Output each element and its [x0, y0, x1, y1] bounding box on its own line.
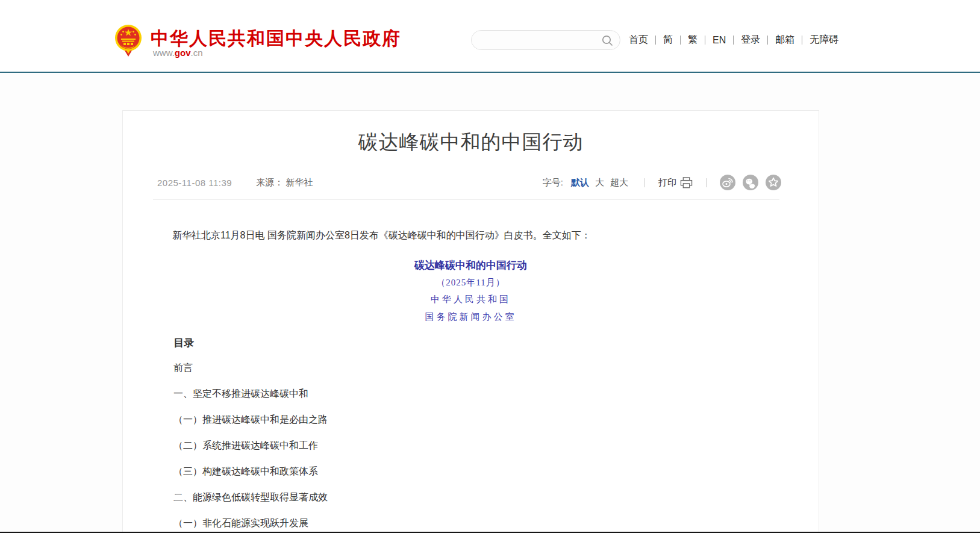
font-size-label: 字号: [543, 177, 563, 188]
site-header: 中华人民共和国中央人民政府 www.gov.cn 首页 简 繁 EN 登录 邮箱… [0, 0, 980, 73]
source-label: 来源： [256, 177, 283, 187]
wechat-icon[interactable] [743, 175, 758, 190]
document-date: （2025年11月） [123, 277, 819, 288]
site-url: www.gov.cn [153, 48, 203, 58]
document-author-line2: 国务院新闻办公室 [123, 311, 819, 323]
toc-heading: 目录 [173, 336, 194, 350]
toc-item-section1-2[interactable]: （二）系统推进碳达峰碳中和工作 [173, 440, 328, 450]
search-box[interactable] [471, 30, 620, 50]
toc-item-section2[interactable]: 二、能源绿色低碳转型取得显著成效 [173, 492, 328, 502]
search-input[interactable] [481, 31, 596, 49]
article-meta-right: 字号: 默认 大 超大 打印 [543, 175, 781, 190]
weibo-icon[interactable] [720, 175, 735, 190]
nav-english[interactable]: EN [705, 35, 733, 46]
toc-item-section1[interactable]: 一、坚定不移推进碳达峰碳中和 [173, 388, 328, 399]
source-value[interactable]: 新华社 [286, 177, 313, 187]
printer-icon [680, 177, 693, 188]
font-size-xlarge[interactable]: 超大 [610, 177, 628, 188]
font-size-default[interactable]: 默认 [571, 177, 589, 188]
nav-mail[interactable]: 邮箱 [768, 34, 802, 46]
site-url-gov: gov [175, 48, 191, 58]
site-url-prefix: www. [153, 48, 175, 58]
nav-home[interactable]: 首页 [629, 34, 655, 46]
article-meta: 2025-11-08 11:39 来源： 新华社 字号: 默认 大 超大 打印 [157, 175, 781, 190]
print-label: 打印 [658, 177, 676, 188]
publish-date: 2025-11-08 11:39 [157, 178, 232, 188]
article-title: 碳达峰碳中和的中国行动 [123, 129, 819, 156]
meta-separator [644, 178, 645, 187]
national-emblem-icon [114, 24, 142, 58]
toc-item-preface[interactable]: 前言 [173, 363, 328, 373]
font-size-large[interactable]: 大 [595, 177, 604, 188]
document-author-line1: 中华人民共和国 [123, 294, 819, 305]
toc-list: 前言 一、坚定不移推进碳达峰碳中和 （一）推进碳达峰碳中和是必由之路 （二）系统… [173, 363, 328, 544]
viewport-bottom-edge [0, 532, 980, 533]
page: 中华人民共和国中央人民政府 www.gov.cn 首页 简 繁 EN 登录 邮箱… [0, 0, 980, 551]
toc-item-section1-3[interactable]: （三）构建碳达峰碳中和政策体系 [173, 466, 328, 476]
qzone-icon[interactable] [766, 175, 781, 190]
site-url-suffix: .cn [191, 48, 203, 58]
toc-item-section2-1[interactable]: （一）非化石能源实现跃升发展 [173, 518, 328, 528]
toc-item-section1-1[interactable]: （一）推进碳达峰碳中和是必由之路 [173, 414, 328, 425]
meta-divider [153, 199, 779, 200]
lead-paragraph: 新华社北京11月8日电 国务院新闻办公室8日发布《碳达峰碳中和的中国行动》白皮书… [153, 228, 790, 243]
nav-login[interactable]: 登录 [734, 34, 767, 46]
meta-separator [706, 178, 707, 187]
nav-traditional[interactable]: 繁 [681, 34, 705, 46]
print-button[interactable]: 打印 [658, 177, 693, 188]
search-icon[interactable] [602, 35, 613, 46]
share-buttons [720, 175, 781, 190]
document-title: 碳达峰碳中和的中国行动 [123, 258, 819, 272]
nav-simplified[interactable]: 简 [656, 34, 680, 46]
article-card: 碳达峰碳中和的中国行动 2025-11-08 11:39 来源： 新华社 字号:… [122, 110, 819, 532]
top-nav: 首页 简 繁 EN 登录 邮箱 无障碍 [629, 34, 838, 46]
nav-accessibility[interactable]: 无障碍 [802, 34, 838, 46]
article-meta-left: 2025-11-08 11:39 来源： 新华社 [157, 177, 313, 188]
source: 来源： 新华社 [256, 177, 313, 188]
